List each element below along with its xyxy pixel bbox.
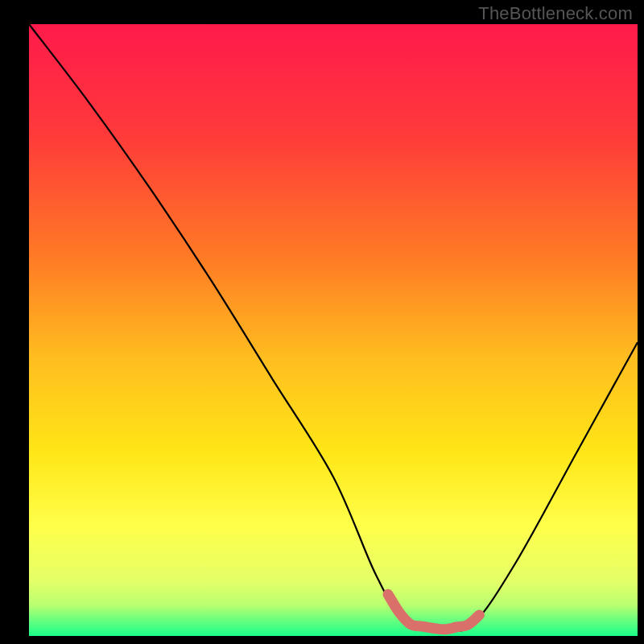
chart-frame: TheBottleneck.com [0, 0, 644, 644]
gradient-background [29, 24, 638, 636]
bottleneck-chart [0, 0, 644, 644]
